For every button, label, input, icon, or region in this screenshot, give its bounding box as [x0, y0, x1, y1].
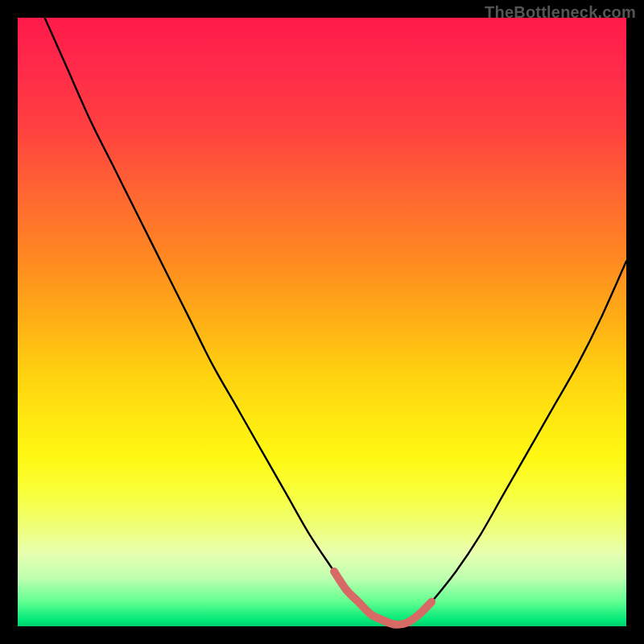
- chart-svg: [18, 18, 626, 626]
- bottleneck-curve: [18, 0, 626, 625]
- bottleneck-curve-highlight: [334, 572, 431, 625]
- watermark-text: TheBottleneck.com: [485, 3, 636, 22]
- chart-plot-area: [18, 18, 626, 626]
- chart-frame: TheBottleneck.com: [0, 0, 644, 644]
